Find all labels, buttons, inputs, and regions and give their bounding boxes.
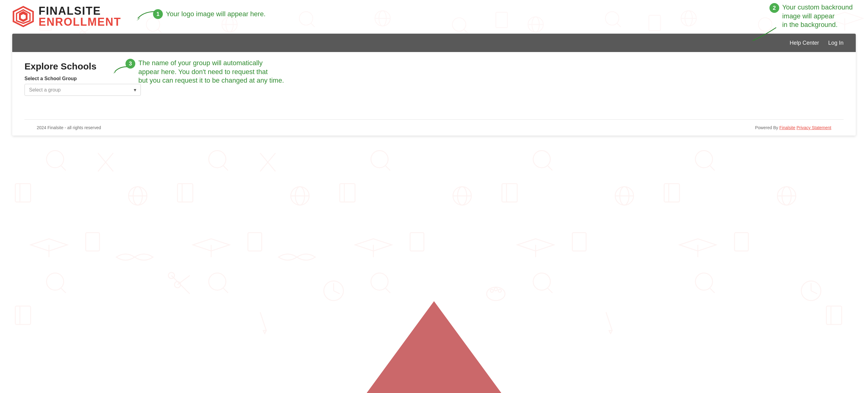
content-area: 3 The name of your group will automatica…: [12, 52, 856, 119]
annotation-text-3-line3: but you can request it to be changed at …: [138, 76, 284, 85]
select-group-wrapper: Select a group ▼: [25, 84, 141, 96]
log-in-link[interactable]: Log In: [828, 40, 843, 46]
triangle-decoration: [367, 301, 501, 393]
finalsite-link[interactable]: Finalsite: [779, 125, 795, 130]
annotation-text-1: Your logo image will appear here.: [166, 10, 266, 19]
annotation-text-2-line1: Your custom backround: [782, 3, 853, 12]
annotation-1: 1 Your logo image will appear here.: [153, 9, 266, 19]
decorative-area: [0, 135, 868, 393]
logo-text: FINALSITE ENROLLMENT: [38, 5, 121, 28]
footer: 2024 Finalsite - all rights reserved Pow…: [25, 119, 843, 135]
logo-container: FINALSITE ENROLLMENT: [12, 5, 121, 28]
annotation-text-2-line3: in the background.: [782, 21, 853, 29]
powered-by-label: Powered By: [755, 125, 779, 130]
finalsite-logo-icon: [12, 5, 34, 28]
logo-finalsite: FINALSITE: [38, 5, 121, 17]
nav-bar: Help Center Log In: [12, 34, 856, 52]
annotation-text-3-line2: appear here. You don't need to request t…: [138, 68, 284, 77]
main-content-box: Help Center Log In 3 The name of your gr…: [12, 34, 856, 135]
annotation-badge-3: 3: [125, 59, 135, 68]
powered-by-text: Powered By Finalsite Privacy Statement: [755, 125, 831, 130]
svg-marker-121: [136, 17, 141, 21]
annotation-text-2-line2: image will appear: [782, 12, 853, 21]
help-center-link[interactable]: Help Center: [789, 40, 819, 46]
annotation-badge-2: 2: [770, 3, 779, 13]
select-group-dropdown[interactable]: Select a group: [25, 84, 141, 96]
annotation-text-3-line1: The name of your group will automaticall…: [138, 59, 284, 68]
logo-enrollment: ENROLLMENT: [38, 17, 121, 28]
annotation-2: 2 Your custom backround image will appea…: [770, 3, 853, 29]
copyright-text: 2024 Finalsite - all rights reserved: [37, 125, 101, 130]
annotation-3: 3 The name of your group will automatica…: [125, 59, 284, 85]
annotation-badge-1: 1: [153, 9, 163, 19]
privacy-link[interactable]: Privacy Statement: [796, 125, 831, 130]
